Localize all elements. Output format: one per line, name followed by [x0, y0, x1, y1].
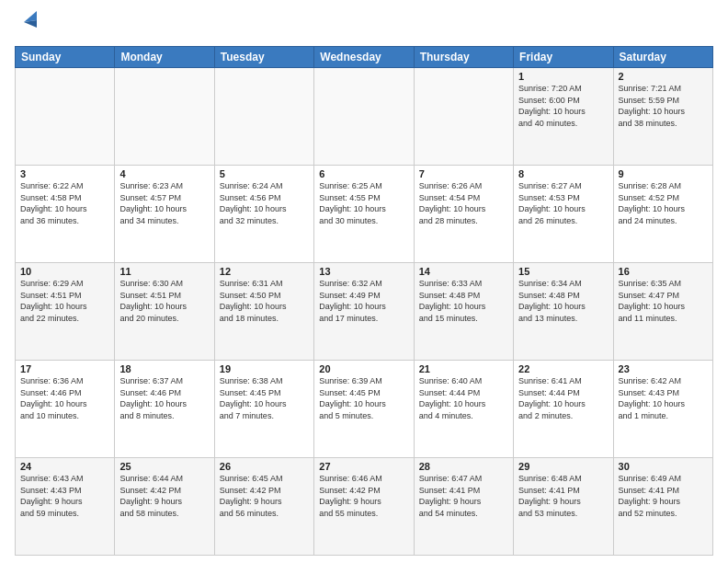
calendar-body: 1Sunrise: 7:20 AM Sunset: 6:00 PM Daylig… [16, 68, 713, 556]
calendar-cell: 30Sunrise: 6:49 AM Sunset: 4:41 PM Dayli… [613, 458, 712, 556]
day-info: Sunrise: 6:47 AM Sunset: 4:41 PM Dayligh… [419, 473, 508, 519]
calendar-cell [414, 68, 513, 166]
calendar-header: SundayMondayTuesdayWednesdayThursdayFrid… [16, 47, 713, 68]
logo [15, 11, 37, 40]
day-number: 8 [518, 168, 608, 179]
calendar-week-5: 24Sunrise: 6:43 AM Sunset: 4:43 PM Dayli… [16, 458, 713, 556]
header [15, 11, 713, 40]
calendar-cell: 12Sunrise: 6:31 AM Sunset: 4:50 PM Dayli… [214, 263, 313, 361]
calendar-cell: 9Sunrise: 6:28 AM Sunset: 4:52 PM Daylig… [613, 166, 712, 263]
day-info: Sunrise: 6:39 AM Sunset: 4:45 PM Dayligh… [319, 375, 408, 421]
calendar-cell: 22Sunrise: 6:41 AM Sunset: 4:44 PM Dayli… [514, 361, 613, 458]
day-number: 29 [518, 461, 608, 472]
calendar-week-2: 3Sunrise: 6:22 AM Sunset: 4:58 PM Daylig… [16, 166, 713, 263]
day-info: Sunrise: 6:42 AM Sunset: 4:43 PM Dayligh… [619, 375, 708, 421]
calendar-cell: 2Sunrise: 7:21 AM Sunset: 5:59 PM Daylig… [613, 68, 712, 166]
calendar-cell: 1Sunrise: 7:20 AM Sunset: 6:00 PM Daylig… [514, 68, 613, 166]
day-info: Sunrise: 6:31 AM Sunset: 4:50 PM Dayligh… [220, 278, 309, 324]
day-info: Sunrise: 6:35 AM Sunset: 4:47 PM Dayligh… [619, 278, 708, 324]
day-number: 30 [619, 461, 708, 472]
calendar-cell: 28Sunrise: 6:47 AM Sunset: 4:41 PM Dayli… [414, 458, 513, 556]
day-info: Sunrise: 6:37 AM Sunset: 4:46 PM Dayligh… [119, 375, 209, 421]
calendar-cell: 15Sunrise: 6:34 AM Sunset: 4:48 PM Dayli… [514, 263, 613, 361]
day-number: 10 [20, 266, 109, 277]
day-number: 16 [619, 266, 708, 277]
day-number: 25 [119, 461, 209, 472]
day-number: 1 [518, 71, 608, 82]
day-info: Sunrise: 7:20 AM Sunset: 6:00 PM Dayligh… [518, 83, 608, 129]
calendar-table: SundayMondayTuesdayWednesdayThursdayFrid… [15, 46, 713, 556]
logo-text-block [15, 11, 37, 40]
day-number: 9 [619, 168, 708, 179]
day-info: Sunrise: 6:33 AM Sunset: 4:48 PM Dayligh… [419, 278, 508, 324]
day-info: Sunrise: 6:41 AM Sunset: 4:44 PM Dayligh… [518, 375, 608, 421]
day-number: 24 [20, 461, 109, 472]
calendar-cell: 8Sunrise: 6:27 AM Sunset: 4:53 PM Daylig… [514, 166, 613, 263]
day-info: Sunrise: 7:21 AM Sunset: 5:59 PM Dayligh… [619, 83, 708, 129]
day-number: 19 [220, 363, 309, 374]
calendar-cell [214, 68, 313, 166]
calendar-cell [16, 68, 115, 166]
calendar-cell [314, 68, 414, 166]
weekday-tuesday: Tuesday [214, 47, 313, 68]
calendar-cell: 14Sunrise: 6:33 AM Sunset: 4:48 PM Dayli… [414, 263, 513, 361]
day-number: 3 [20, 168, 109, 179]
day-info: Sunrise: 6:26 AM Sunset: 4:54 PM Dayligh… [419, 180, 508, 226]
day-number: 20 [319, 363, 408, 374]
weekday-monday: Monday [115, 47, 214, 68]
calendar-week-3: 10Sunrise: 6:29 AM Sunset: 4:51 PM Dayli… [16, 263, 713, 361]
weekday-header-row: SundayMondayTuesdayWednesdayThursdayFrid… [16, 47, 713, 68]
day-info: Sunrise: 6:43 AM Sunset: 4:43 PM Dayligh… [20, 473, 109, 519]
day-info: Sunrise: 6:34 AM Sunset: 4:48 PM Dayligh… [518, 278, 608, 324]
weekday-wednesday: Wednesday [314, 47, 414, 68]
calendar-cell: 20Sunrise: 6:39 AM Sunset: 4:45 PM Dayli… [314, 361, 414, 458]
calendar-cell: 29Sunrise: 6:48 AM Sunset: 4:41 PM Dayli… [514, 458, 613, 556]
calendar-cell: 5Sunrise: 6:24 AM Sunset: 4:56 PM Daylig… [214, 166, 313, 263]
day-number: 28 [419, 461, 508, 472]
calendar-cell: 7Sunrise: 6:26 AM Sunset: 4:54 PM Daylig… [414, 166, 513, 263]
calendar-cell: 4Sunrise: 6:23 AM Sunset: 4:57 PM Daylig… [115, 166, 214, 263]
calendar-cell: 27Sunrise: 6:46 AM Sunset: 4:42 PM Dayli… [314, 458, 414, 556]
day-info: Sunrise: 6:36 AM Sunset: 4:46 PM Dayligh… [20, 375, 109, 421]
calendar-cell: 25Sunrise: 6:44 AM Sunset: 4:42 PM Dayli… [115, 458, 214, 556]
day-info: Sunrise: 6:24 AM Sunset: 4:56 PM Dayligh… [220, 180, 309, 226]
day-info: Sunrise: 6:27 AM Sunset: 4:53 PM Dayligh… [518, 180, 608, 226]
calendar-cell: 24Sunrise: 6:43 AM Sunset: 4:43 PM Dayli… [16, 458, 115, 556]
calendar-cell: 16Sunrise: 6:35 AM Sunset: 4:47 PM Dayli… [613, 263, 712, 361]
day-number: 4 [119, 168, 209, 179]
day-info: Sunrise: 6:45 AM Sunset: 4:42 PM Dayligh… [220, 473, 309, 519]
day-number: 7 [419, 168, 508, 179]
day-info: Sunrise: 6:25 AM Sunset: 4:55 PM Dayligh… [319, 180, 408, 226]
day-number: 13 [319, 266, 408, 277]
day-info: Sunrise: 6:22 AM Sunset: 4:58 PM Dayligh… [20, 180, 109, 226]
calendar-cell: 10Sunrise: 6:29 AM Sunset: 4:51 PM Dayli… [16, 263, 115, 361]
calendar-cell: 6Sunrise: 6:25 AM Sunset: 4:55 PM Daylig… [314, 166, 414, 263]
day-info: Sunrise: 6:38 AM Sunset: 4:45 PM Dayligh… [220, 375, 309, 421]
day-number: 6 [319, 168, 408, 179]
day-number: 22 [518, 363, 608, 374]
day-number: 17 [20, 363, 109, 374]
day-number: 5 [220, 168, 309, 179]
page: SundayMondayTuesdayWednesdayThursdayFrid… [0, 0, 728, 563]
calendar-cell: 17Sunrise: 6:36 AM Sunset: 4:46 PM Dayli… [16, 361, 115, 458]
calendar-cell: 23Sunrise: 6:42 AM Sunset: 4:43 PM Dayli… [613, 361, 712, 458]
day-number: 23 [619, 363, 708, 374]
day-info: Sunrise: 6:29 AM Sunset: 4:51 PM Dayligh… [20, 278, 109, 324]
day-info: Sunrise: 6:40 AM Sunset: 4:44 PM Dayligh… [419, 375, 508, 421]
calendar-cell: 3Sunrise: 6:22 AM Sunset: 4:58 PM Daylig… [16, 166, 115, 263]
weekday-sunday: Sunday [16, 47, 115, 68]
day-number: 21 [419, 363, 508, 374]
day-info: Sunrise: 6:46 AM Sunset: 4:42 PM Dayligh… [319, 473, 408, 519]
day-info: Sunrise: 6:44 AM Sunset: 4:42 PM Dayligh… [119, 473, 209, 519]
day-number: 27 [319, 461, 408, 472]
calendar-cell: 13Sunrise: 6:32 AM Sunset: 4:49 PM Dayli… [314, 263, 414, 361]
logo-bird-icon [17, 11, 37, 37]
calendar-cell: 21Sunrise: 6:40 AM Sunset: 4:44 PM Dayli… [414, 361, 513, 458]
day-number: 2 [619, 71, 708, 82]
day-number: 15 [518, 266, 608, 277]
day-info: Sunrise: 6:48 AM Sunset: 4:41 PM Dayligh… [518, 473, 608, 519]
calendar-cell: 26Sunrise: 6:45 AM Sunset: 4:42 PM Dayli… [214, 458, 313, 556]
calendar-cell: 18Sunrise: 6:37 AM Sunset: 4:46 PM Dayli… [115, 361, 214, 458]
calendar-cell [115, 68, 214, 166]
day-info: Sunrise: 6:23 AM Sunset: 4:57 PM Dayligh… [119, 180, 209, 226]
